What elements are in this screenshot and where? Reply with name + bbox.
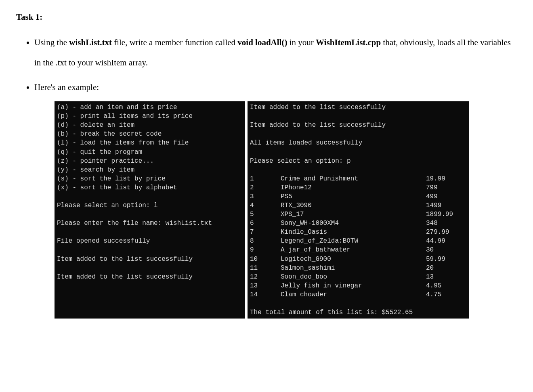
task-heading: Task 1: <box>16 12 517 22</box>
menu-line-7: (y) - search by item <box>57 166 134 174</box>
table-row: 10Logitech_G90059.99 <box>250 255 464 264</box>
item-price: 20 <box>426 264 464 273</box>
item-name: Sony_WH-1000XM4 <box>281 219 426 228</box>
item-name: Soon_doo_boo <box>281 273 426 281</box>
item-index: 10 <box>250 255 281 264</box>
item-added-msg-4: Item added to the list successfully <box>250 122 386 129</box>
bullet-list: Using the wishList.txt file, write a mem… <box>34 32 517 97</box>
terminal-container: (a) - add an item and its price (p) - pr… <box>55 101 517 319</box>
item-name: Jelly_fish_in_vinegar <box>281 281 426 290</box>
table-row: 12Soon_doo_boo13 <box>250 273 464 281</box>
item-index: 1 <box>250 174 281 183</box>
item-index: 2 <box>250 183 281 192</box>
item-index: 3 <box>250 192 281 201</box>
item-price: 1899.99 <box>426 210 464 219</box>
menu-line-2: (d) - delete an item <box>57 122 134 129</box>
item-index: 6 <box>250 219 281 228</box>
prompt-select-option-left: Please select an option: l <box>57 202 158 209</box>
bullet-2: Here's an example: <box>34 77 517 97</box>
item-added-msg-2: Item added to the list successfully <box>57 273 193 281</box>
bullet1-mid2: in your <box>287 38 316 47</box>
items-table: 1Crime_and_Punishment19.992IPhone127993P… <box>250 174 464 299</box>
item-price: 4.75 <box>426 290 464 299</box>
item-price: 1499 <box>426 201 464 210</box>
item-price: 799 <box>426 183 464 192</box>
item-index: 12 <box>250 273 281 281</box>
menu-line-4: (l) - load the items from the file <box>57 139 189 147</box>
bullet1-filename: wishList.txt <box>69 38 112 47</box>
item-price: 499 <box>426 192 464 201</box>
table-row: 13Jelly_fish_in_vinegar4.95 <box>250 281 464 290</box>
table-row: 8Legend_of_Zelda:BOTW44.99 <box>250 237 464 245</box>
table-row: 4RTX_30901499 <box>250 201 464 210</box>
item-index: 13 <box>250 281 281 290</box>
menu-line-6: (z) - pointer practice... <box>57 157 154 165</box>
item-name: Clam_chowder <box>281 290 426 299</box>
item-price: 4.95 <box>426 281 464 290</box>
item-name: RTX_3090 <box>281 201 426 210</box>
item-index: 8 <box>250 237 281 245</box>
prompt-select-option-right: Please select an option: p <box>250 157 351 165</box>
item-index: 14 <box>250 290 281 299</box>
menu-line-1: (p) - print all items and its price <box>57 113 193 120</box>
menu-line-8: (s) - sort the list by price <box>57 175 166 182</box>
item-price: 30 <box>426 245 464 254</box>
item-name: IPhone12 <box>281 183 426 192</box>
menu-line-0: (a) - add an item and its price <box>57 104 177 111</box>
item-name: Logitech_G900 <box>281 255 426 264</box>
bullet1-funcname: void loadAll() <box>237 38 287 47</box>
table-row: 7Kindle_Oasis279.99 <box>250 228 464 237</box>
item-price: 279.99 <box>426 228 464 237</box>
table-row: 3PS5499 <box>250 192 464 201</box>
item-added-msg-1: Item added to the list successfully <box>57 256 193 263</box>
item-price: 13 <box>426 273 464 281</box>
table-row: 1Crime_and_Punishment19.99 <box>250 174 464 183</box>
item-price: 19.99 <box>426 174 464 183</box>
file-opened-msg: File opened successfully <box>57 237 150 245</box>
table-row: 9A_jar_of_bathwater30 <box>250 245 464 254</box>
table-row: 5XPS_171899.99 <box>250 210 464 219</box>
item-index: 11 <box>250 264 281 273</box>
item-index: 7 <box>250 228 281 237</box>
menu-line-9: (x) - sort the list by alphabet <box>57 184 177 191</box>
terminal-right: Item added to the list successfully Item… <box>248 101 469 319</box>
table-row: 11Salmon_sashimi20 <box>250 264 464 273</box>
item-index: 9 <box>250 245 281 254</box>
item-name: Legend_of_Zelda:BOTW <box>281 237 426 245</box>
item-added-msg-3: Item added to the list successfully <box>250 104 386 111</box>
bullet1-cppfile: WishItemList.cpp <box>316 38 381 47</box>
item-name: A_jar_of_bathwater <box>281 245 426 254</box>
table-row: 6Sony_WH-1000XM4348 <box>250 219 464 228</box>
item-price: 44.99 <box>426 237 464 245</box>
item-name: Kindle_Oasis <box>281 228 426 237</box>
table-row: 2IPhone12799 <box>250 183 464 192</box>
item-index: 5 <box>250 210 281 219</box>
item-index: 4 <box>250 201 281 210</box>
item-price: 59.99 <box>426 255 464 264</box>
item-name: XPS_17 <box>281 210 426 219</box>
item-price: 348 <box>426 219 464 228</box>
item-name: PS5 <box>281 192 426 201</box>
item-name: Crime_and_Punishment <box>281 174 426 183</box>
total-line: The total amount of this list is: $5522.… <box>250 309 413 316</box>
table-row: 14Clam_chowder4.75 <box>250 290 464 299</box>
item-name: Salmon_sashimi <box>281 264 426 273</box>
prompt-enter-filename: Please enter the file name: wishList.txt <box>57 220 212 227</box>
terminal-left: (a) - add an item and its price (p) - pr… <box>55 101 245 319</box>
all-items-loaded-msg: All items loaded successfully <box>250 139 362 147</box>
menu-line-3: (b) - break the secret code <box>57 130 162 138</box>
menu-line-5: (q) - quit the program <box>57 149 142 156</box>
bullet1-mid1: file, write a member function called <box>112 38 237 47</box>
bullet-1: Using the wishList.txt file, write a mem… <box>34 32 517 73</box>
bullet1-pre: Using the <box>34 38 69 47</box>
